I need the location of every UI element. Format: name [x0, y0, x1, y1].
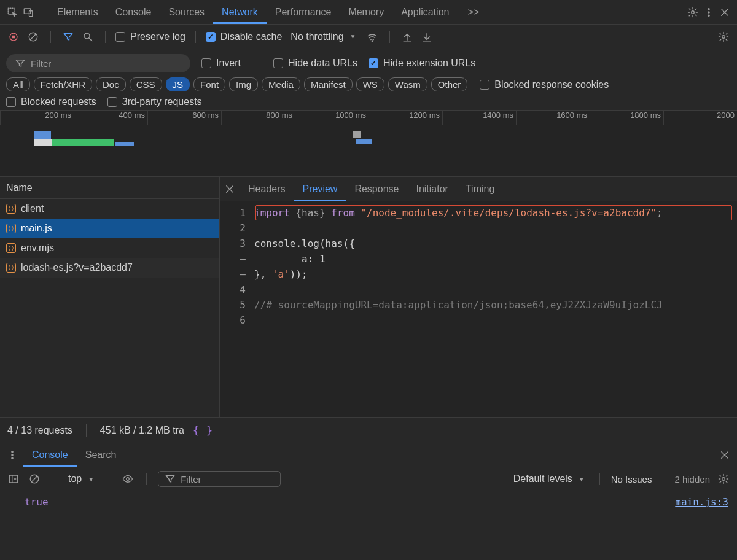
resource-type-filter: AllFetch/XHRDocCSSJSFontImgMediaManifest…: [6, 77, 731, 91]
filter-type-img[interactable]: Img: [229, 77, 258, 91]
search-icon[interactable]: [80, 29, 95, 44]
upload-har-icon[interactable]: [400, 29, 415, 44]
tab-performance[interactable]: Performance: [267, 0, 340, 24]
svg-point-14: [12, 454, 13, 456]
request-row[interactable]: ⟨⟩client: [0, 199, 219, 219]
separator: [105, 31, 106, 43]
console-source-link[interactable]: main.js:3: [675, 496, 728, 508]
svg-point-18: [127, 478, 130, 481]
tab-elements[interactable]: Elements: [49, 0, 107, 24]
svg-point-19: [722, 478, 725, 481]
clear-icon[interactable]: [26, 29, 41, 44]
blocked-cookies-checkbox[interactable]: Blocked response cookies: [480, 79, 609, 90]
timeline-tick: 1400 ms: [442, 111, 516, 125]
svg-rect-8: [12, 35, 15, 38]
disable-cache-checkbox[interactable]: ✓Disable cache: [206, 31, 283, 42]
hidden-messages[interactable]: 2 hidden: [674, 474, 710, 484]
svg-point-10: [84, 33, 90, 39]
request-name: main.js: [21, 223, 52, 234]
filter-type-fetch-xhr[interactable]: Fetch/XHR: [34, 77, 92, 91]
filter-type-ws[interactable]: WS: [356, 77, 384, 91]
log-levels-select[interactable]: Default levels▼: [510, 472, 588, 486]
settings-icon[interactable]: [685, 5, 700, 20]
filter-type-doc[interactable]: Doc: [96, 77, 126, 91]
filter-type-css[interactable]: CSS: [130, 77, 162, 91]
console-sidebar-icon[interactable]: [6, 472, 21, 486]
drawer-menu-icon[interactable]: [5, 448, 20, 462]
code-preview[interactable]: 123––456 import {has} from "/node_module…: [220, 201, 737, 417]
network-conditions-icon[interactable]: [365, 29, 380, 44]
filter-input[interactable]: Filter: [6, 54, 190, 72]
hide-data-urls-checkbox[interactable]: Hide data URLs: [273, 58, 357, 69]
network-timeline[interactable]: 200 ms400 ms600 ms800 ms1000 ms1200 ms14…: [0, 111, 737, 177]
third-party-checkbox[interactable]: 3rd-party requests: [107, 96, 202, 107]
request-row[interactable]: ⟨⟩lodash-es.js?v=a2bacdd7: [0, 258, 219, 278]
filter-type-font[interactable]: Font: [193, 77, 225, 91]
console-filter-input[interactable]: Filter: [158, 471, 281, 487]
preserve-log-checkbox[interactable]: Preserve log: [115, 31, 185, 42]
filter-type-other[interactable]: Other: [431, 77, 468, 91]
issues-count[interactable]: No Issues: [611, 474, 652, 484]
detail-tab-headers[interactable]: Headers: [240, 177, 294, 201]
close-detail-icon[interactable]: [222, 182, 237, 196]
pretty-print-icon[interactable]: { }: [193, 424, 213, 437]
tab-network[interactable]: Network: [213, 0, 267, 24]
svg-point-11: [372, 41, 373, 42]
timeline-tick: 400 ms: [74, 111, 147, 125]
detail-tab-timing[interactable]: Timing: [457, 177, 503, 201]
filter-type-js[interactable]: JS: [166, 77, 190, 91]
console-value: true: [9, 496, 49, 508]
close-icon[interactable]: [717, 5, 732, 20]
funnel-icon: [15, 58, 26, 69]
blocked-requests-checkbox[interactable]: Blocked requests: [6, 96, 96, 107]
request-list-header[interactable]: Name: [0, 177, 219, 199]
filter-type-manifest[interactable]: Manifest: [304, 77, 353, 91]
filter-type-wasm[interactable]: Wasm: [388, 77, 427, 91]
disable-cache-label: Disable cache: [220, 31, 283, 42]
svg-point-13: [12, 451, 13, 453]
hide-extension-urls-checkbox[interactable]: ✓Hide extension URLs: [368, 58, 475, 69]
eye-icon[interactable]: [120, 472, 135, 486]
request-detail: HeadersPreviewResponseInitiatorTiming 12…: [220, 177, 737, 417]
js-file-icon: ⟨⟩: [6, 224, 16, 233]
filter-type-all[interactable]: All: [6, 77, 30, 91]
inspect-icon[interactable]: [5, 5, 20, 20]
kebab-menu-icon[interactable]: [701, 5, 716, 20]
filter-toggle-icon[interactable]: [61, 29, 76, 44]
timeline-tick: 1800 ms: [590, 111, 663, 125]
download-har-icon[interactable]: [419, 29, 434, 44]
drawer-tab-search[interactable]: Search: [77, 443, 125, 467]
timeline-tick: 2000: [663, 111, 737, 125]
close-drawer-icon[interactable]: [717, 448, 732, 462]
throttling-select[interactable]: No throttling ▼: [287, 30, 359, 44]
more-tabs-button[interactable]: >>: [459, 0, 488, 24]
request-name: client: [21, 203, 44, 214]
drawer-tab-console[interactable]: Console: [23, 443, 77, 467]
request-count: 4 / 13 requests: [7, 425, 72, 436]
detail-tab-response[interactable]: Response: [346, 177, 407, 201]
invert-checkbox[interactable]: Invert: [201, 58, 241, 69]
js-file-icon: ⟨⟩: [6, 204, 16, 214]
tab-application[interactable]: Application: [392, 0, 458, 24]
tab-console[interactable]: Console: [107, 0, 160, 24]
timeline-tick: 1600 ms: [516, 111, 590, 125]
filter-type-media[interactable]: Media: [262, 77, 300, 91]
network-filter-bar: Filter Invert Hide data URLs ✓Hide exten…: [0, 49, 737, 111]
tab-sources[interactable]: Sources: [160, 0, 213, 24]
detail-tab-initiator[interactable]: Initiator: [407, 177, 456, 201]
svg-point-5: [708, 11, 709, 12]
code-body: import {has} from "/node_modules/.vite/d…: [254, 201, 737, 417]
clear-console-icon[interactable]: [27, 472, 42, 486]
console-settings-icon[interactable]: [716, 472, 731, 486]
chevron-down-icon: ▼: [579, 476, 585, 483]
network-settings-icon[interactable]: [716, 29, 731, 44]
detail-tab-preview[interactable]: Preview: [294, 177, 346, 201]
funnel-icon: [165, 473, 176, 484]
execution-context-select[interactable]: top▼: [64, 472, 98, 486]
request-row[interactable]: ⟨⟩main.js: [0, 219, 219, 238]
request-row[interactable]: ⟨⟩env.mjs: [0, 238, 219, 258]
tab-memory[interactable]: Memory: [340, 0, 392, 24]
drawer-tabs: ConsoleSearch: [0, 443, 737, 467]
record-icon[interactable]: [6, 29, 21, 44]
device-toolbar-icon[interactable]: [21, 5, 36, 20]
